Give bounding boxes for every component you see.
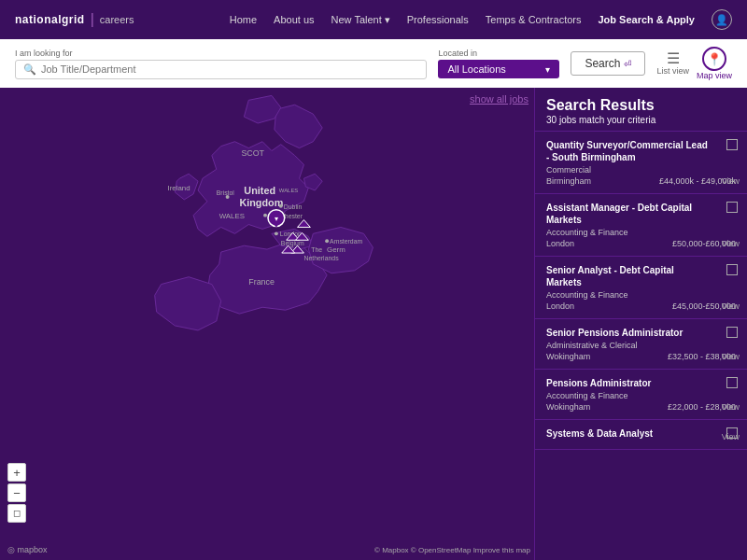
- location-select[interactable]: All Locations ▾: [438, 60, 559, 78]
- logo-product: careers: [100, 14, 134, 25]
- map-view-button[interactable]: 📍 Map view: [697, 47, 732, 80]
- zoom-out-button[interactable]: −: [7, 483, 26, 502]
- location-value: All Locations: [447, 63, 540, 75]
- nav-about[interactable]: About us: [274, 14, 314, 25]
- job-checkbox-0[interactable]: [726, 139, 738, 150]
- map-svg: SCOT WALES United Kingdom Ireland The Ne…: [0, 88, 534, 560]
- map-zoom-controls: + − ◻: [7, 463, 26, 523]
- job-location: Wokingham: [546, 352, 590, 361]
- nav-home[interactable]: Home: [230, 14, 257, 25]
- job-department: Administrative & Clerical: [546, 341, 736, 350]
- job-title: Pensions Administrator: [546, 377, 736, 389]
- logo-separator: |: [91, 11, 94, 28]
- jobs-list: Quantity Surveyor/Commercial Lead - Sout…: [535, 132, 747, 450]
- job-meta: London £45,000-£50,000: [546, 301, 736, 311]
- search-arrow-icon: ⏎: [624, 59, 631, 69]
- svg-text:Amsterdam: Amsterdam: [330, 238, 362, 245]
- job-view-button[interactable]: View: [722, 402, 740, 412]
- mapbox-logo: ◎ mapbox: [7, 545, 48, 554]
- svg-text:▾: ▾: [275, 215, 278, 223]
- logo-name: nationalgrid: [15, 13, 85, 26]
- location-label: Located in: [438, 49, 559, 58]
- job-card[interactable]: Pensions Administrator Accounting & Fina…: [535, 370, 747, 420]
- svg-text:Bristol: Bristol: [217, 189, 235, 196]
- results-count: 30 jobs match your criteria: [546, 115, 736, 125]
- svg-text:The: The: [311, 246, 322, 253]
- job-search-input-wrap: 🔍: [15, 60, 427, 79]
- svg-text:Dublin: Dublin: [284, 203, 303, 210]
- svg-text:WALES: WALES: [279, 188, 299, 193]
- job-department: Accounting & Finance: [546, 228, 736, 237]
- brand-logo: nationalgrid | careers: [15, 11, 134, 28]
- job-department: Accounting & Finance: [546, 290, 736, 300]
- job-meta: Birmingham £44,000k - £49,000k: [546, 176, 736, 186]
- svg-text:Belgium: Belgium: [281, 240, 304, 247]
- svg-text:Ireland: Ireland: [167, 184, 190, 192]
- svg-text:WALES: WALES: [219, 212, 245, 220]
- job-checkbox-1[interactable]: [726, 202, 738, 213]
- job-title: Senior Analyst - Debt Capital Markets: [546, 264, 736, 288]
- job-title-input[interactable]: [41, 63, 190, 75]
- job-checkbox-3[interactable]: [726, 327, 738, 338]
- svg-marker-28: [298, 220, 311, 228]
- map-attribution: © Mapbox © OpenStreetMap Improve this ma…: [374, 546, 530, 554]
- job-card[interactable]: Senior Analyst - Debt Capital Markets Ac…: [535, 257, 747, 319]
- svg-text:SCOT: SCOT: [241, 148, 264, 158]
- zoom-in-button[interactable]: +: [7, 463, 26, 482]
- job-title: Systems & Data Analyst: [546, 427, 736, 440]
- navbar: nationalgrid | careers Home About us New…: [0, 0, 747, 39]
- list-icon: ☰: [667, 51, 680, 66]
- job-view-button[interactable]: View: [722, 239, 740, 248]
- job-title: Assistant Manager - Debt Capital Markets: [546, 202, 736, 226]
- job-checkbox-4[interactable]: [726, 377, 738, 388]
- view-controls: ☰ List view 📍 Map view: [656, 47, 732, 80]
- show-all-jobs-link[interactable]: show all jobs: [470, 93, 529, 105]
- job-location: London: [546, 301, 574, 311]
- zoom-reset-button[interactable]: ◻: [7, 504, 26, 523]
- job-meta: London £50,000-£60,000: [546, 239, 736, 248]
- job-location: Birmingham: [546, 176, 591, 186]
- nav-temps[interactable]: Temps & Contractors: [486, 14, 582, 25]
- map-pin-icon: 📍: [702, 47, 726, 71]
- svg-text:Netherlands: Netherlands: [303, 255, 339, 261]
- job-title: Senior Pensions Administrator: [546, 327, 736, 339]
- job-checkbox-2[interactable]: [726, 264, 738, 275]
- main-content: SCOT WALES United Kingdom Ireland The Ne…: [0, 88, 747, 560]
- svg-text:United: United: [244, 185, 275, 196]
- svg-point-10: [263, 214, 267, 217]
- location-dropdown-arrow: ▾: [545, 64, 550, 75]
- results-title: Search Results: [546, 97, 736, 114]
- svg-point-12: [275, 231, 278, 235]
- nav-job-search[interactable]: Job Search & Apply: [598, 14, 695, 25]
- job-card[interactable]: Quantity Surveyor/Commercial Lead - Sout…: [535, 132, 747, 194]
- job-view-button[interactable]: View: [722, 432, 740, 441]
- job-card[interactable]: Systems & Data Analyst View: [535, 420, 747, 450]
- svg-point-16: [279, 204, 283, 208]
- svg-text:Germ: Germ: [327, 245, 345, 254]
- list-view-button[interactable]: ☰ List view: [656, 51, 689, 76]
- job-card[interactable]: Assistant Manager - Debt Capital Markets…: [535, 194, 747, 257]
- nav-professionals[interactable]: Professionals: [407, 14, 469, 25]
- job-department: Commercial: [546, 165, 736, 175]
- job-meta: Wokingham £22,000 - £28,000: [546, 402, 736, 412]
- job-search-label: I am looking for: [15, 49, 427, 58]
- job-title: Quantity Surveyor/Commercial Lead - Sout…: [546, 139, 736, 163]
- job-meta: Wokingham £32,500 - £38,000: [546, 352, 736, 361]
- nav-new-talent[interactable]: New Talent ▾: [331, 14, 390, 26]
- job-card[interactable]: Senior Pensions Administrator Administra…: [535, 319, 747, 370]
- map-area: SCOT WALES United Kingdom Ireland The Ne…: [0, 88, 534, 560]
- search-bar: I am looking for 🔍 Located in All Locati…: [0, 39, 747, 88]
- job-location: London: [546, 239, 574, 248]
- location-field: Located in All Locations ▾: [438, 49, 559, 78]
- nav-links: Home About us New Talent ▾ Professionals…: [230, 9, 732, 30]
- results-header: Search Results 30 jobs match your criter…: [535, 88, 747, 132]
- search-button[interactable]: Search ⏎: [571, 51, 645, 76]
- results-panel: Search Results 30 jobs match your criter…: [534, 88, 747, 560]
- user-icon[interactable]: 👤: [712, 9, 732, 30]
- job-view-button[interactable]: View: [722, 301, 740, 311]
- search-icon: 🔍: [23, 63, 36, 76]
- job-view-button[interactable]: View: [722, 176, 740, 186]
- job-search-field: I am looking for 🔍: [15, 49, 427, 79]
- svg-text:France: France: [248, 277, 275, 287]
- job-view-button[interactable]: View: [722, 352, 740, 361]
